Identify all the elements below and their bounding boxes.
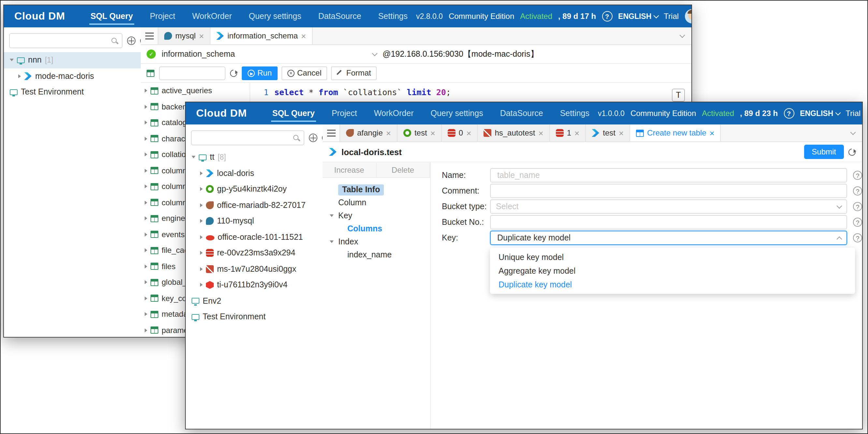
help-icon[interactable] — [853, 202, 862, 211]
run-button[interactable]: Run — [242, 66, 278, 80]
nav-datasource[interactable]: DataSource — [492, 102, 552, 124]
caret-right-icon[interactable] — [200, 172, 203, 175]
tab-overflow-button[interactable] — [673, 27, 691, 44]
panel-item-column[interactable]: Column — [322, 196, 430, 209]
nav-datasource[interactable]: DataSource — [310, 5, 370, 27]
help-icon[interactable] — [853, 171, 862, 180]
caret-right-icon[interactable] — [200, 235, 203, 239]
limit-input[interactable] — [159, 66, 225, 80]
option-duplicate-key[interactable]: Duplicate key model — [490, 278, 855, 291]
tree-item-mariadb[interactable]: office-mariadb-82-27017 — [186, 197, 322, 213]
table-item[interactable]: active_queries — [141, 83, 250, 99]
trial-label[interactable]: Trial — [664, 12, 679, 21]
close-icon[interactable] — [619, 129, 624, 137]
cancel-button[interactable]: Cancel — [281, 66, 328, 80]
help-icon[interactable] — [784, 108, 794, 119]
caret-down-icon[interactable] — [330, 214, 334, 217]
language-selector[interactable]: ENGLISH — [618, 12, 658, 20]
tree-item-tt[interactable]: tt [8] — [186, 149, 322, 165]
tree-item-mysql[interactable]: 110-mysql — [186, 213, 322, 229]
caret-right-icon[interactable] — [200, 283, 203, 287]
key-select[interactable] — [490, 231, 847, 245]
tab-create-new-table[interactable]: Create new table — [630, 124, 721, 142]
search-input[interactable] — [195, 133, 290, 143]
text-mode-button[interactable]: T — [672, 89, 685, 102]
caret-right-icon[interactable] — [145, 232, 147, 237]
caret-right-icon[interactable] — [200, 187, 203, 191]
caret-right-icon[interactable] — [145, 281, 147, 284]
nav-project[interactable]: Project — [323, 102, 366, 124]
caret-right-icon[interactable] — [200, 219, 203, 223]
tab-list-button[interactable] — [141, 27, 158, 44]
caret-right-icon[interactable] — [145, 153, 147, 157]
caret-right-icon[interactable] — [145, 185, 147, 189]
close-icon[interactable] — [466, 129, 471, 137]
tree-item-env2[interactable]: Env2 — [186, 293, 322, 309]
key-input[interactable] — [496, 232, 834, 243]
caret-right-icon[interactable] — [145, 297, 147, 301]
panel-item-table-info[interactable]: Table Info — [322, 183, 430, 196]
close-icon[interactable] — [301, 32, 306, 40]
panel-item-key[interactable]: Key — [322, 209, 430, 222]
close-icon[interactable] — [710, 129, 715, 137]
tree-item-test-environment[interactable]: Test Environment — [4, 84, 141, 100]
caret-right-icon[interactable] — [200, 267, 203, 271]
help-icon[interactable] — [602, 11, 612, 22]
caret-down-icon[interactable] — [10, 59, 14, 62]
caret-down-icon[interactable] — [330, 241, 334, 243]
close-icon[interactable] — [199, 32, 204, 40]
close-icon[interactable] — [538, 129, 543, 137]
close-icon[interactable] — [430, 129, 435, 137]
help-icon[interactable] — [853, 186, 862, 195]
nav-sql-query[interactable]: SQL Query — [82, 5, 142, 27]
tree-item-test-environment[interactable]: Test Environment — [186, 309, 322, 325]
caret-right-icon[interactable] — [145, 121, 147, 125]
tab-list-button[interactable] — [322, 124, 340, 142]
option-aggregate-key[interactable]: Aggregate key model — [490, 264, 855, 278]
tab-1[interactable]: 1 — [550, 124, 586, 142]
refresh-icon[interactable] — [847, 147, 857, 157]
caret-right-icon[interactable] — [145, 137, 147, 141]
panel-item-index-name[interactable]: index_name — [322, 248, 430, 261]
tree-item-mssql[interactable]: ms-1w7u2804usi0ggx — [186, 261, 322, 277]
comment-input[interactable] — [496, 186, 841, 196]
option-unique-key[interactable]: Unique key model — [490, 250, 855, 264]
database-select[interactable]: information_schema — [162, 50, 377, 59]
refresh-icon[interactable] — [229, 68, 239, 78]
nav-project[interactable]: Project — [142, 5, 184, 27]
tab-afangie[interactable]: afangie — [340, 124, 398, 142]
tree-item-mode-mac-doris[interactable]: mode-mac-doris — [4, 68, 141, 84]
nav-query-settings[interactable]: Query settings — [240, 5, 310, 27]
delete-button[interactable]: Delete — [376, 163, 430, 177]
trial-label[interactable]: Trial — [845, 109, 861, 118]
tree-item-nnn[interactable]: nnn [1] — [4, 52, 141, 68]
tab-hs-autotest[interactable]: hs_autotest — [478, 124, 550, 142]
search-input[interactable] — [13, 36, 108, 45]
tab-test-doris[interactable]: test — [586, 124, 630, 142]
tree-item-local-doris[interactable]: local-doris — [186, 165, 322, 181]
tab-information-schema[interactable]: information_schema — [211, 27, 312, 44]
avatar[interactable] — [685, 9, 692, 24]
caret-right-icon[interactable] — [200, 251, 203, 255]
tab-test-green[interactable]: test — [398, 124, 442, 142]
nav-settings[interactable]: Settings — [552, 102, 598, 124]
caret-right-icon[interactable] — [145, 169, 147, 173]
tree-item-oracle[interactable]: office-oracle-101-11521 — [186, 229, 322, 245]
name-input[interactable] — [496, 170, 841, 181]
bucket-no-input[interactable] — [496, 217, 841, 227]
caret-right-icon[interactable] — [145, 312, 147, 316]
bucket-type-select[interactable]: Select — [490, 199, 847, 214]
tree-item-redis[interactable]: re-00vz23ms3a9x294 — [186, 245, 322, 261]
nav-settings[interactable]: Settings — [370, 5, 416, 27]
locate-icon[interactable] — [309, 133, 317, 142]
submit-button[interactable]: Submit — [804, 145, 844, 159]
caret-right-icon[interactable] — [145, 201, 147, 205]
nav-workorder[interactable]: WorkOrder — [366, 102, 422, 124]
tab-0[interactable]: 0 — [442, 124, 478, 142]
caret-right-icon[interactable] — [200, 203, 203, 207]
caret-down-icon[interactable] — [192, 156, 195, 159]
panel-item-columns[interactable]: Columns — [322, 222, 430, 235]
tree-item-greenplum[interactable]: gp-y5u4kinztk4i2oy — [186, 181, 322, 197]
tree-item-tidb[interactable]: ti-u7611b2n3y9i0v4 — [186, 277, 322, 293]
caret-right-icon[interactable] — [18, 74, 21, 78]
